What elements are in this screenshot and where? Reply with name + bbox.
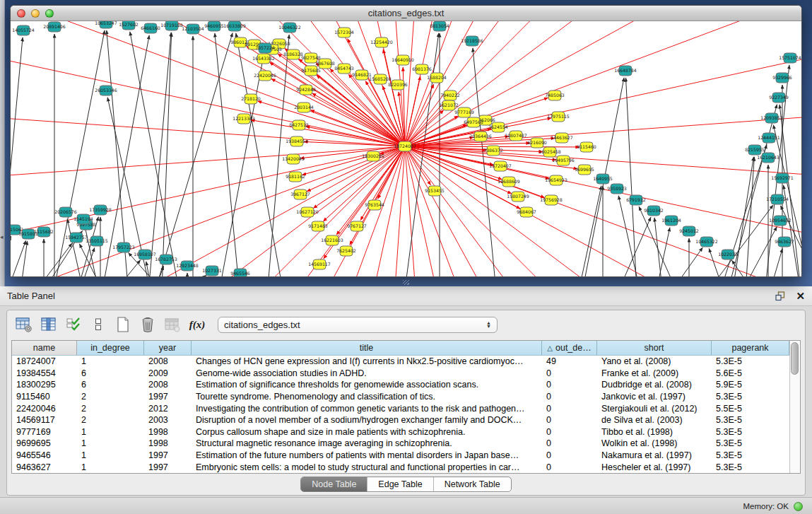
svg-text:18724007: 18724007 (394, 144, 416, 148)
table-row[interactable]: 1830029562008Estimation of significance … (12, 379, 789, 391)
table-row[interactable]: 2242004622012Investigating the contribut… (12, 402, 789, 414)
svg-text:9181162: 9181162 (286, 174, 305, 179)
create-table-icon[interactable] (114, 316, 131, 333)
divider-collapse-icon[interactable]: ◂ (0, 233, 4, 240)
table-header-row: namein_degreeyeartitle△out_de…shortpager… (12, 341, 789, 356)
zoom-window-button[interactable] (45, 9, 54, 18)
cell-pagerank: 5.3E-5 (712, 462, 789, 472)
table-vertical-scrollbar[interactable] (789, 341, 800, 473)
cell-title: Structural magnetic resonance image aver… (192, 438, 542, 448)
svg-text:10025458: 10025458 (539, 149, 561, 154)
svg-text:2867608: 2867608 (315, 61, 335, 66)
cell-title: Estimation of the future numbers of pati… (192, 450, 542, 460)
cell-year: 1998 (144, 438, 192, 448)
cell-short: Jankovic et al. (1997) (597, 392, 712, 402)
cell-pagerank: 5.3E-5 (712, 450, 789, 460)
show-columns-icon[interactable] (40, 316, 57, 333)
cell-short: Franke et al. (2009) (597, 368, 712, 378)
svg-text:1621072: 1621072 (439, 103, 459, 107)
table-settings-icon[interactable] (16, 316, 33, 333)
window-title: citations_edges.txt (368, 8, 445, 18)
cell-in_degree: 6 (77, 368, 144, 378)
column-header-pagerank[interactable]: pagerank (712, 341, 789, 355)
svg-text:1022033: 1022033 (718, 252, 738, 257)
svg-text:14463627: 14463627 (551, 135, 573, 140)
cell-name: 9463627 (12, 462, 77, 472)
cell-short: Hescheler et al. (1997) (597, 462, 712, 472)
function-builder-icon[interactable]: f(x) (189, 316, 206, 333)
table-row[interactable]: 969969511998Structural magnetic resonanc… (12, 438, 789, 450)
column-header-name[interactable]: name (12, 341, 77, 355)
close-window-button[interactable] (17, 9, 25, 18)
svg-text:8427512: 8427512 (289, 122, 309, 127)
svg-text:19495796: 19495796 (552, 158, 575, 163)
svg-text:17975115: 17975115 (547, 114, 570, 119)
table-row[interactable]: 1938455462009Genome-wide association stu… (12, 368, 789, 380)
svg-text:8454743: 8454743 (334, 66, 354, 71)
network-canvas[interactable]: 1872400718300295986012389129551822605891… (11, 21, 801, 276)
column-header-in_degree[interactable]: in_degree (77, 341, 144, 355)
table-row[interactable]: 946554611997Estimation of the future num… (12, 450, 789, 462)
svg-text:12923448: 12923448 (176, 263, 199, 268)
table-row[interactable]: 1872400712008Changes of HCN gene express… (12, 356, 789, 368)
svg-text:16543382: 16543382 (252, 56, 275, 61)
cell-short: Stergiakouli et al. (2012) (597, 404, 712, 414)
svg-text:16210643: 16210643 (757, 155, 779, 160)
table-source-dropdown[interactable]: citations_edges.txt ▲▼ (218, 317, 498, 333)
table-panel-body: f(x) citations_edges.txt ▲▼ namein_degre… (6, 310, 806, 496)
window-titlebar[interactable]: citations_edges.txt (11, 6, 801, 21)
svg-text:1527602: 1527602 (119, 22, 139, 27)
svg-text:9153455: 9153455 (425, 188, 445, 193)
svg-text:10954652: 10954652 (769, 218, 792, 223)
row-height-icon[interactable] (90, 316, 107, 333)
float-panel-icon[interactable] (775, 291, 786, 301)
svg-text:7857224: 7857224 (255, 45, 275, 50)
svg-text:18300295: 18300295 (362, 153, 384, 158)
svg-text:15751074: 15751074 (779, 55, 801, 60)
cell-name: 9115460 (12, 392, 77, 402)
svg-text:13505115: 13505115 (86, 238, 108, 243)
tab-network-table[interactable]: Network Table (433, 477, 511, 491)
tab-edge-table[interactable]: Edge Table (367, 477, 433, 491)
cell-name: 18724007 (12, 356, 77, 366)
table-body: 1872400712008Changes of HCN gene express… (12, 356, 789, 473)
column-header-short[interactable]: short (597, 341, 712, 355)
control-panel-divider[interactable] (0, 0, 5, 286)
svg-text:17957223: 17957223 (112, 245, 135, 250)
cell-out_degree: 0 (542, 438, 597, 448)
cell-in_degree: 1 (77, 438, 144, 448)
column-header-out_degree[interactable]: △out_de… (542, 341, 597, 355)
svg-text:19756928: 19756928 (540, 197, 563, 202)
svg-text:1640955: 1640955 (593, 176, 613, 181)
svg-text:12093852: 12093852 (760, 115, 783, 120)
cell-out_degree: 0 (542, 462, 597, 472)
svg-text:3967127: 3967127 (290, 192, 310, 197)
memory-status-icon[interactable] (794, 502, 803, 511)
column-header-year[interactable]: year (144, 341, 192, 355)
delete-table-icon[interactable] (139, 316, 156, 333)
column-header-title[interactable]: title (192, 341, 542, 355)
cell-year: 2012 (144, 404, 192, 414)
cell-title: Changes of HCN gene expression and I(f) … (192, 356, 542, 366)
svg-text:6791912: 6791912 (626, 197, 646, 202)
tab-node-table[interactable]: Node Table (301, 477, 367, 491)
svg-text:9171483: 9171483 (308, 223, 328, 228)
table-row[interactable]: 911546021997Tourette syndrome. Phenomeno… (12, 391, 789, 403)
svg-text:6981376: 6981376 (412, 66, 432, 71)
svg-text:6497568: 6497568 (464, 119, 483, 124)
table-row[interactable]: 1456911722003Disruption of a novel membe… (12, 414, 789, 426)
minimize-window-button[interactable] (31, 9, 40, 18)
svg-text:9699695: 9699695 (575, 167, 594, 172)
splitpane-grip[interactable] (403, 280, 409, 285)
cell-out_degree: 0 (542, 380, 597, 390)
cell-pagerank: 5.3E-5 (712, 415, 789, 425)
cell-pagerank: 5.3E-5 (712, 438, 789, 448)
select-rows-icon[interactable] (65, 316, 82, 333)
close-panel-icon[interactable]: ✕ (796, 291, 805, 301)
table-row[interactable]: 946362711997Embryonic stem cells: a mode… (12, 461, 789, 473)
table-row[interactable]: 977716911998Corpus callosum shape and si… (12, 426, 789, 438)
network-window[interactable]: citations_edges.txt 18724007183002959860… (10, 5, 802, 277)
cell-name: 19384554 (12, 368, 77, 378)
svg-text:16958107: 16958107 (134, 252, 156, 257)
scrollbar-thumb[interactable] (791, 342, 799, 375)
